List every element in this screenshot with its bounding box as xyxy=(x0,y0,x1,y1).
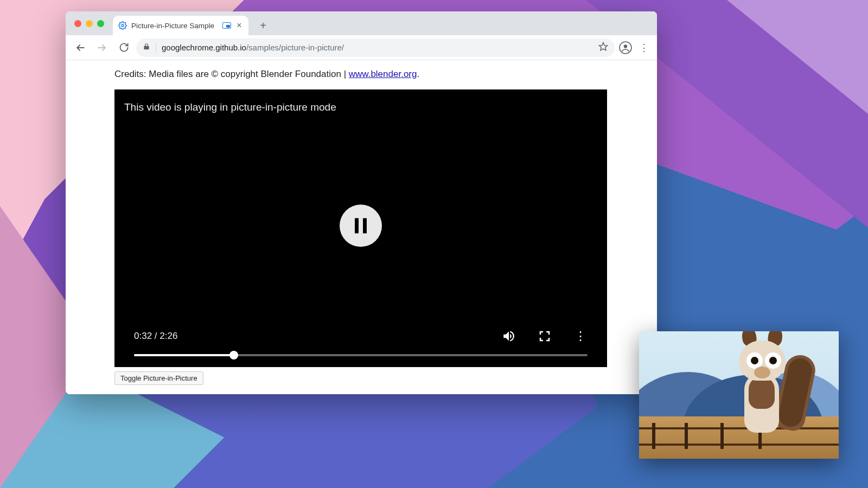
profile-avatar-button[interactable] xyxy=(618,40,633,55)
video-time-display: 0:32 / 2:26 xyxy=(134,331,177,342)
nav-forward-button[interactable] xyxy=(93,38,111,57)
video-progress-bar[interactable] xyxy=(134,354,588,356)
volume-button[interactable] xyxy=(502,329,516,343)
bookmark-star-icon[interactable] xyxy=(598,42,608,53)
pip-indicator-icon[interactable] xyxy=(222,22,231,29)
svg-point-0 xyxy=(122,24,124,27)
browser-menu-button[interactable]: ⋮ xyxy=(636,42,652,54)
window-minimize-button[interactable] xyxy=(86,20,93,27)
progress-thumb[interactable] xyxy=(229,351,238,359)
window-zoom-button[interactable] xyxy=(97,20,104,27)
credits-text: Credits: Media files are © copyright Ble… xyxy=(114,69,607,80)
new-tab-button[interactable]: + xyxy=(255,17,271,34)
pip-window[interactable] xyxy=(639,331,839,459)
video-pip-overlay-text: This video is playing in picture-in-pict… xyxy=(124,101,336,113)
browser-window: Picture-in-Picture Sample × + googlechro… xyxy=(66,11,657,394)
tab-title: Picture-in-Picture Sample xyxy=(131,22,218,30)
window-controls xyxy=(72,11,107,35)
browser-toolbar: googlechrome.github.io/samples/picture-i… xyxy=(66,35,657,60)
toggle-pip-button[interactable]: Toggle Picture-in-Picture xyxy=(114,371,203,385)
video-controls: 0:32 / 2:26 ⋮ xyxy=(114,329,607,367)
nav-back-button[interactable] xyxy=(71,38,90,57)
window-close-button[interactable] xyxy=(74,20,81,27)
address-bar[interactable]: googlechrome.github.io/samples/picture-i… xyxy=(136,38,615,57)
video-player[interactable]: This video is playing in picture-in-pict… xyxy=(114,89,607,367)
browser-tab[interactable]: Picture-in-Picture Sample × xyxy=(113,16,248,35)
tab-close-button[interactable]: × xyxy=(235,22,243,29)
url-text: googlechrome.github.io/samples/picture-i… xyxy=(162,43,593,52)
tab-favicon-gear-icon xyxy=(118,21,127,30)
page-viewport: Credits: Media files are © copyright Ble… xyxy=(66,60,657,394)
credits-link[interactable]: www.blender.org xyxy=(349,69,417,79)
video-more-button[interactable]: ⋮ xyxy=(573,329,588,343)
nav-reload-button[interactable] xyxy=(114,38,133,57)
video-pause-button[interactable] xyxy=(340,204,382,247)
pip-character-icon xyxy=(726,335,807,433)
pause-icon xyxy=(355,218,367,233)
tab-strip: Picture-in-Picture Sample × + xyxy=(66,11,657,35)
svg-marker-3 xyxy=(599,43,608,50)
fullscreen-button[interactable] xyxy=(538,329,552,343)
svg-point-5 xyxy=(624,44,627,48)
lock-icon xyxy=(143,43,150,52)
omnibox-separator xyxy=(156,43,156,53)
progress-fill xyxy=(134,354,234,356)
